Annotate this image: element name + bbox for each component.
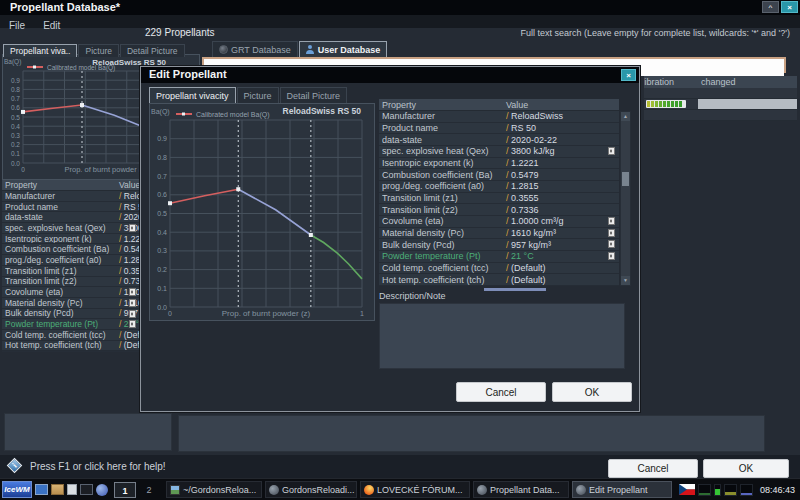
property-row-material-density-pc[interactable]: Material density (Pc)/ 1610 kg/m³: [379, 228, 619, 240]
property-row-hot-temp-coefficient-tch[interactable]: Hot temp. coefficient (tch)/ (Default): [379, 274, 619, 286]
property-row-spec-explosive-heat-qex[interactable]: spec. explosive heat (Qex)/ 3800 kJ/kg: [2, 223, 139, 234]
properties-scrollbar[interactable]: ▲ ▼: [620, 111, 631, 286]
property-row-prog-deg-coefficient-a0[interactable]: prog./deg. coefficient (a0)/ 1.2815: [2, 255, 139, 266]
property-row-bulk-density-pcd[interactable]: Bulk density (Pcd)/ 957 kg/m³: [2, 309, 139, 320]
db-tab-user-database[interactable]: User Database: [299, 41, 388, 57]
main-cancel-button[interactable]: Cancel: [608, 459, 698, 478]
property-row-cold-temp-coefficient-tcc[interactable]: Cold temp. coefficient (tcc)/ (Default): [379, 263, 619, 275]
menu-file[interactable]: File: [0, 19, 34, 32]
list-row[interactable]: [644, 110, 797, 121]
close-window-icon[interactable]: ×: [781, 1, 798, 13]
property-row-transition-limit-z2[interactable]: Transition limit (z2)/ 0.7336: [379, 204, 619, 216]
workspace-2[interactable]: 2: [138, 482, 160, 498]
property-row-bulk-density-pcd[interactable]: Bulk density (Pcd)/ 957 kg/m³: [379, 239, 619, 251]
value-spinner-icon[interactable]: [608, 147, 615, 155]
property-row-manufacturer[interactable]: Manufacturer/ ReloadSwiss: [379, 111, 619, 123]
scroll-thumb[interactable]: [622, 172, 629, 186]
property-row-cold-temp-coefficient-tcc[interactable]: Cold temp. coefficient (tcc)/ (Default): [2, 330, 139, 341]
dialog-close-icon[interactable]: ×: [621, 69, 636, 81]
value-spinner-icon[interactable]: [129, 320, 136, 328]
dialog-property-table: Property Value Manufacturer/ ReloadSwiss…: [379, 99, 619, 286]
terminal-icon[interactable]: [80, 484, 93, 495]
task-gordonsreloadi[interactable]: GordonsReloadi...: [265, 481, 357, 498]
task-loveck-f-rum[interactable]: LOVECKÉ FÓRUM...: [360, 481, 470, 498]
property-row-covolume-eta[interactable]: Covolume (eta)/ 1.0000 cm³/g: [2, 287, 139, 298]
tab-propellant-viva[interactable]: Propellant viva..: [3, 44, 77, 57]
workspace-1[interactable]: 1: [114, 482, 136, 498]
value-column-header[interactable]: Value: [119, 180, 139, 191]
tab-detail-picture[interactable]: Detail Picture: [120, 44, 185, 57]
calibration-segment: [667, 101, 670, 107]
calibration-column-header[interactable]: calibration: [644, 76, 696, 88]
value-column-header[interactable]: Value: [506, 99, 528, 111]
browser-icon[interactable]: [96, 484, 108, 496]
property-label: Product name: [382, 123, 506, 133]
value-text: 0.7336: [121, 277, 139, 287]
property-row-product-name[interactable]: Product name/ RS 50: [2, 202, 139, 213]
main-ok-button[interactable]: OK: [703, 459, 789, 478]
property-row-spec-explosive-heat-qex[interactable]: spec. explosive heat (Qex)/ 3800 kJ/kg: [379, 146, 619, 158]
property-row-hot-temp-coefficient-tch[interactable]: Hot temp. coefficient (tch)/ (Default): [2, 341, 139, 352]
shade-window-icon[interactable]: ^: [762, 1, 779, 13]
taskbar: IceWM12~/GordonsReloa...GordonsReloadi..…: [0, 478, 800, 500]
dialog-cancel-button[interactable]: Cancel: [456, 382, 546, 402]
scroll-down-icon[interactable]: ▼: [621, 276, 630, 285]
property-label: Hot temp. coefficient (tch): [382, 275, 506, 285]
dialog-tab-propellant-vivacity[interactable]: Propellant vivacity: [149, 87, 236, 103]
value-spinner-icon[interactable]: [608, 240, 615, 248]
value-spinner-icon[interactable]: [129, 310, 136, 318]
value-spinner-icon[interactable]: [608, 217, 615, 225]
dialog-tab-detail-picture[interactable]: Detail Picture: [280, 87, 348, 103]
description-textarea[interactable]: [379, 303, 625, 369]
list-row-selected[interactable]: [644, 99, 797, 110]
property-row-material-density-pc[interactable]: Material density (Pc)/ 1610 kg/m³: [2, 298, 139, 309]
property-row-covolume-eta[interactable]: Covolume (eta)/ 1.0000 cm³/g: [379, 216, 619, 228]
dialog-tab-picture[interactable]: Picture: [237, 87, 279, 103]
property-row-transition-limit-z1[interactable]: Transition limit (z1)/ 0.3555: [2, 266, 139, 277]
property-label: Isentropic exponent (k): [382, 158, 506, 168]
db-tab-grt-database[interactable]: GRT Database: [212, 41, 298, 57]
property-row-prog-deg-coefficient-a0[interactable]: prog./deg. coefficient (a0)/ 1.2815: [379, 181, 619, 193]
tab-picture[interactable]: Picture: [78, 44, 118, 57]
firefox-icon: [364, 485, 374, 495]
task-edit-propellant[interactable]: Edit Propellant: [572, 481, 672, 498]
property-row-product-name[interactable]: Product name/ RS 50: [379, 123, 619, 135]
property-row-transition-limit-z2[interactable]: Transition limit (z2)/ 0.7336: [2, 277, 139, 288]
horizontal-scrollbar-thumb[interactable]: [484, 288, 546, 291]
property-row-powder-temperature-pt[interactable]: Powder temperature (Pt)/ 21 °C: [379, 251, 619, 263]
property-row-isentropic-exponent-k[interactable]: Isentropic exponent (k)/ 1.2221: [2, 234, 139, 245]
property-column-header[interactable]: Property: [5, 180, 37, 190]
task-gordonsreloa[interactable]: ~/GordonsReloa...: [166, 481, 262, 498]
property-value: / 957 kg/m³: [506, 240, 619, 250]
task-label: Edit Propellant: [589, 485, 648, 495]
property-row-combustion-coefficient-ba[interactable]: Combustion coefficient (Ba)/ 0.5479: [379, 169, 619, 181]
list-row[interactable]: [644, 88, 797, 99]
property-row-powder-temperature-pt[interactable]: Powder temperature (Pt)/ 21 °C: [2, 319, 139, 330]
property-row-data-state[interactable]: data-state/ 2020-02-22: [2, 212, 139, 223]
document-icon[interactable]: [67, 484, 77, 495]
menu-edit[interactable]: Edit: [34, 19, 69, 32]
value-spinner-icon[interactable]: [129, 224, 136, 232]
dialog-ok-button[interactable]: OK: [552, 382, 632, 402]
property-column-header[interactable]: Property: [382, 100, 416, 110]
property-row-data-state[interactable]: data-state/ 2020-02-22: [379, 134, 619, 146]
value-spinner-icon[interactable]: [129, 288, 136, 296]
value-spinner-icon[interactable]: [129, 299, 136, 307]
scroll-up-icon[interactable]: ▲: [621, 112, 630, 121]
property-row-manufacturer[interactable]: Manufacturer/ ReloadSwiss: [2, 191, 139, 202]
value-spinner-icon[interactable]: [608, 252, 615, 260]
selected-cell[interactable]: [698, 99, 797, 109]
svg-text:0.7: 0.7: [11, 95, 20, 102]
property-row-combustion-coefficient-ba[interactable]: Combustion coefficient (Ba)/ 0.5479: [2, 244, 139, 255]
value-spinner-icon[interactable]: [608, 229, 615, 237]
property-value: / RS 50: [506, 123, 619, 133]
start-button-icewm[interactable]: IceWM: [2, 481, 32, 498]
property-row-transition-limit-z1[interactable]: Transition limit (z1)/ 0.3555: [379, 193, 619, 205]
property-value: / 1.2815: [119, 255, 139, 265]
task-propellant-data[interactable]: Propellant Data...: [473, 481, 569, 498]
folder-icon[interactable]: [51, 484, 64, 495]
changed-column-header[interactable]: changed: [698, 76, 797, 88]
display-icon[interactable]: [35, 484, 48, 495]
value-text: ReloadSwiss: [509, 111, 564, 121]
property-row-isentropic-exponent-k[interactable]: Isentropic exponent (k)/ 1.2221: [379, 158, 619, 170]
